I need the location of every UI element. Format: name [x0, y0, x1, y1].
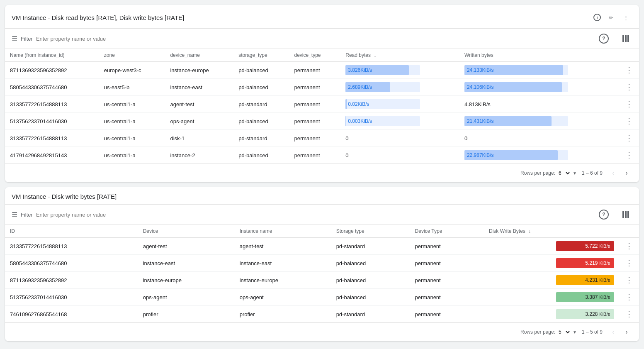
help-icon-panel1[interactable]: ? — [599, 34, 609, 44]
sort-icon-read: ↓ — [374, 52, 376, 58]
cell-row-menu-2[interactable]: ⋮ — [619, 255, 639, 272]
cell-row-menu[interactable]: ⋮ — [619, 130, 639, 147]
cell-row-menu-2[interactable]: ⋮ — [619, 238, 639, 255]
table-row: 7461096276865544168 profier profier pd-s… — [5, 306, 639, 323]
cell-zone: europe-west3-c — [99, 62, 165, 79]
col-header-zone: zone — [99, 49, 165, 62]
written-value: 4.813KiB/s — [464, 101, 491, 107]
bar-value: 5.722 — [585, 243, 598, 249]
rows-per-page-label-panel2: Rows per page: — [520, 329, 555, 335]
cell-device-type: permanent — [289, 62, 340, 79]
prev-page-btn-panel2[interactable]: ‹ — [608, 326, 619, 338]
prev-page-btn-panel1[interactable]: ‹ — [608, 167, 619, 179]
table-row: 5805443306375744680 us-east5-b instance-… — [5, 79, 639, 96]
col-header-actions — [619, 49, 639, 62]
cell-row-menu-2[interactable]: ⋮ — [619, 306, 639, 323]
columns-icon — [622, 35, 629, 42]
cell-row-menu[interactable]: ⋮ — [619, 96, 639, 113]
col-header-actions-2 — [619, 225, 639, 238]
more-icon: ⋮ — [623, 15, 629, 21]
row-menu-btn[interactable]: ⋮ — [624, 116, 634, 126]
cell-row-menu-2[interactable]: ⋮ — [619, 272, 639, 289]
cell-written-bytes: 24.133KiB/s — [459, 62, 619, 79]
cell-disk-write: 4.231 KiB/s — [484, 272, 619, 289]
col-header-id: ID — [5, 225, 138, 238]
cell-instance-name: ops-agent — [235, 289, 331, 306]
cell-row-menu[interactable]: ⋮ — [619, 147, 639, 164]
filter-input-panel1[interactable] — [36, 36, 595, 42]
cell-device-type: permanent — [289, 130, 340, 147]
row-menu-btn[interactable]: ⋮ — [624, 133, 634, 143]
col-header-storage-type: storage_type — [233, 49, 289, 62]
columns-button-panel2[interactable] — [619, 208, 632, 221]
cell-row-menu[interactable]: ⋮ — [619, 62, 639, 79]
read-value: 2.689KiB/s — [348, 84, 372, 90]
cell-storage-type: pd-standard — [331, 306, 410, 323]
written-value: 0 — [464, 135, 467, 142]
col-header-instance-name: Instance name — [235, 225, 331, 238]
cell-device: instance-east — [138, 255, 235, 272]
next-page-btn-panel1[interactable]: › — [621, 167, 632, 179]
color-bar: 5.219 KiB/s — [556, 258, 614, 268]
cell-device-name: instance-europe — [165, 62, 233, 79]
filter-input-panel2[interactable] — [36, 212, 595, 218]
row-menu-btn[interactable]: ⋮ — [624, 99, 634, 109]
bar-value: 3.228 — [585, 311, 598, 317]
cell-written-bytes: 0 — [459, 130, 619, 147]
info-icon-panel1[interactable]: i — [593, 14, 601, 21]
color-bar-cell: 3.387 KiB/s — [489, 292, 614, 302]
row-menu-btn[interactable]: ⋮ — [624, 150, 634, 160]
panel-1-filter-bar: ☰ Filter ? — [5, 29, 639, 49]
help-icon-panel2[interactable]: ? — [599, 210, 609, 220]
cell-row-menu-2[interactable]: ⋮ — [619, 289, 639, 306]
cell-device-name: agent-test — [165, 96, 233, 113]
panel-2: VM Instance - Disk write bytes [RATE] ☰ … — [5, 187, 639, 341]
panel-1: VM Instance - Disk read bytes [RATE], Di… — [5, 5, 639, 182]
more-button-panel1[interactable]: ⋮ — [619, 11, 632, 24]
row-menu-btn[interactable]: ⋮ — [624, 65, 634, 75]
edit-button-panel1[interactable]: ✏ — [604, 11, 617, 24]
cell-zone: us-central1-a — [99, 113, 165, 130]
cell-row-menu[interactable]: ⋮ — [619, 113, 639, 130]
dropdown-arrow-panel2: ▼ — [573, 330, 577, 334]
row-menu-btn-2[interactable]: ⋮ — [624, 258, 634, 268]
row-menu-btn-2[interactable]: ⋮ — [624, 275, 634, 285]
page-info-panel1: 1 – 6 of 9 — [582, 170, 603, 176]
cell-disk-write: 5.219 KiB/s — [484, 255, 619, 272]
read-value: 0.02KiB/s — [348, 101, 369, 107]
cell-device-name: instance-east — [165, 79, 233, 96]
cell-storage-type: pd-balanced — [331, 289, 410, 306]
cell-row-menu[interactable]: ⋮ — [619, 79, 639, 96]
columns-button-panel1[interactable] — [619, 32, 632, 45]
panel-2-title: VM Instance - Disk write bytes [RATE] — [12, 193, 629, 200]
dropdown-arrow-panel1: ▼ — [573, 171, 577, 176]
cell-storage-type: pd-standard — [233, 130, 289, 147]
page-nav-panel2: ‹ › — [608, 326, 632, 338]
cell-device-type: permanent — [410, 289, 484, 306]
cell-name: 5805443306375744680 — [5, 79, 99, 96]
cell-name: 3133577226154888113 — [5, 96, 99, 113]
row-menu-btn-2[interactable]: ⋮ — [624, 309, 634, 319]
bar-unit: KiB/s — [599, 261, 610, 266]
bar-unit: KiB/s — [599, 312, 610, 317]
next-page-btn-panel2[interactable]: › — [621, 326, 632, 338]
rows-per-page-select-panel1[interactable]: 6 10 25 — [557, 170, 571, 176]
cell-device-type: permanent — [289, 113, 340, 130]
cell-storage-type: pd-balanced — [233, 147, 289, 164]
cell-device-type: permanent — [410, 238, 484, 255]
col-header-read-bytes[interactable]: Read bytes ↓ — [340, 49, 459, 62]
cell-read-bytes: 0 — [340, 147, 459, 164]
cell-name: 3133577226154888113 — [5, 130, 99, 147]
col-header-disk-write[interactable]: Disk Write Bytes ↓ — [484, 225, 619, 238]
table-row: 4179142968492815143 us-central1-a instan… — [5, 147, 639, 164]
row-menu-btn-2[interactable]: ⋮ — [624, 241, 634, 251]
rows-per-page-select-panel2[interactable]: 5 10 25 — [557, 329, 571, 335]
row-menu-btn-2[interactable]: ⋮ — [624, 292, 634, 302]
table-row: 5805443306375744680 instance-east instan… — [5, 255, 639, 272]
col-header-device-name: device_name — [165, 49, 233, 62]
panel-1-pagination: Rows per page: 6 10 25 ▼ 1 – 6 of 9 ‹ › — [5, 164, 639, 182]
cell-name: 8711369323596352892 — [5, 62, 99, 79]
row-menu-btn[interactable]: ⋮ — [624, 82, 634, 92]
cell-instance-name: agent-test — [235, 238, 331, 255]
cell-storage-type: pd-balanced — [233, 79, 289, 96]
